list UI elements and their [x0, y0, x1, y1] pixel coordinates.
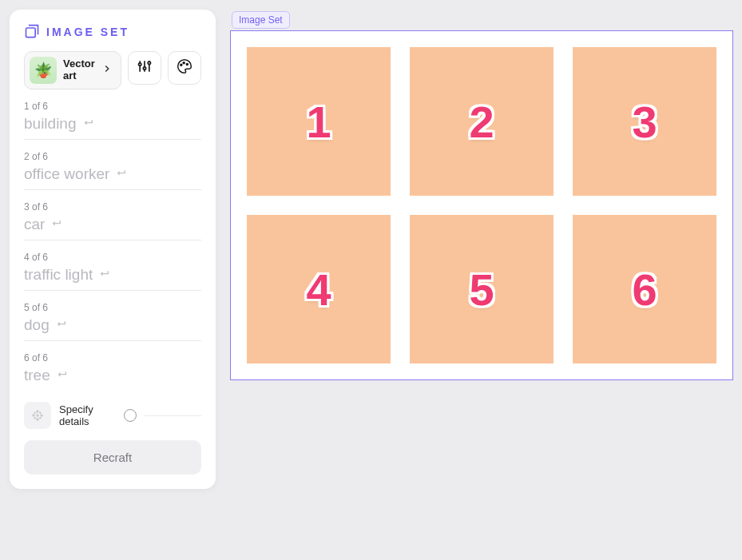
- image-grid: 1 2 3 4 5 6: [247, 47, 716, 363]
- prompt-text: tree: [24, 367, 50, 384]
- palette-button[interactable]: [168, 51, 201, 85]
- sidebar-panel: IMAGE SET 🪴 Vector art: [10, 10, 216, 489]
- prompt-item[interactable]: 5 of 6 dog: [24, 302, 201, 341]
- return-icon: [97, 267, 110, 283]
- prompt-text: car: [24, 216, 45, 233]
- prompt-text: building: [24, 115, 77, 133]
- prompt-item[interactable]: 3 of 6 car: [24, 201, 201, 240]
- divider: [145, 415, 201, 416]
- prompt-text: office worker: [24, 165, 109, 183]
- prompt-text: dog: [24, 316, 50, 334]
- sliders-icon: [137, 58, 153, 77]
- panel-header: IMAGE SET: [24, 24, 201, 40]
- settings-button[interactable]: [128, 51, 161, 85]
- return-icon: [50, 216, 62, 232]
- tile-number: 1: [306, 96, 331, 148]
- prompt-text: traffic light: [24, 266, 93, 284]
- tile-number: 2: [469, 96, 494, 148]
- style-row: 🪴 Vector art: [24, 51, 201, 89]
- svg-point-15: [34, 411, 36, 414]
- image-tile[interactable]: 5: [410, 215, 554, 363]
- svg-point-13: [36, 410, 38, 412]
- specify-details-row[interactable]: Specify details: [24, 402, 201, 429]
- image-set-canvas[interactable]: 1 2 3 4 5 6: [230, 30, 733, 380]
- svg-point-16: [39, 411, 42, 414]
- image-set-icon: [24, 24, 40, 40]
- svg-point-17: [34, 417, 36, 419]
- svg-point-14: [36, 418, 38, 420]
- prompt-index: 2 of 6: [24, 151, 201, 162]
- style-label: Vector art: [63, 58, 95, 82]
- recraft-button[interactable]: Recraft: [24, 440, 201, 475]
- image-tile[interactable]: 3: [573, 47, 716, 196]
- image-tile[interactable]: 6: [573, 215, 716, 363]
- svg-point-18: [39, 417, 42, 419]
- prompt-item[interactable]: 6 of 6 tree: [24, 352, 201, 391]
- svg-point-2: [139, 63, 141, 66]
- prompt-index: 3 of 6: [24, 201, 201, 212]
- svg-point-11: [32, 414, 34, 416]
- tile-number: 6: [632, 264, 657, 316]
- prompt-item[interactable]: 2 of 6 office worker: [24, 151, 201, 190]
- svg-point-10: [36, 414, 38, 416]
- canvas-tag[interactable]: Image Set: [232, 11, 290, 29]
- palette-icon: [177, 58, 192, 77]
- prompt-item[interactable]: 1 of 6 building: [24, 101, 201, 140]
- details-radio[interactable]: [124, 409, 137, 422]
- svg-point-12: [40, 414, 42, 416]
- prompt-index: 6 of 6: [24, 352, 201, 363]
- image-tile[interactable]: 4: [247, 215, 391, 363]
- svg-point-6: [148, 62, 150, 64]
- panel-title: IMAGE SET: [46, 26, 129, 38]
- prompt-index: 5 of 6: [24, 302, 201, 313]
- prompt-index: 1 of 6: [24, 101, 201, 112]
- return-icon: [55, 367, 68, 383]
- details-label: Specify details: [59, 403, 116, 427]
- prompt-index: 4 of 6: [24, 252, 201, 263]
- svg-point-8: [183, 62, 185, 64]
- style-selector[interactable]: 🪴 Vector art: [24, 51, 121, 89]
- tile-number: 4: [306, 264, 331, 316]
- tile-number: 3: [632, 96, 657, 148]
- chevron-right-icon: [101, 63, 113, 77]
- tile-number: 5: [469, 264, 494, 316]
- svg-point-7: [181, 64, 182, 66]
- svg-point-9: [186, 64, 188, 66]
- svg-point-4: [143, 67, 145, 70]
- return-icon: [114, 166, 127, 182]
- prompt-item[interactable]: 4 of 6 traffic light: [24, 252, 201, 291]
- return-icon: [54, 317, 67, 333]
- svg-rect-0: [26, 28, 36, 38]
- image-tile[interactable]: 1: [247, 47, 391, 196]
- details-thumb-icon: [24, 402, 51, 429]
- return-icon: [81, 116, 94, 132]
- image-tile[interactable]: 2: [410, 47, 554, 196]
- plant-icon: 🪴: [30, 57, 57, 84]
